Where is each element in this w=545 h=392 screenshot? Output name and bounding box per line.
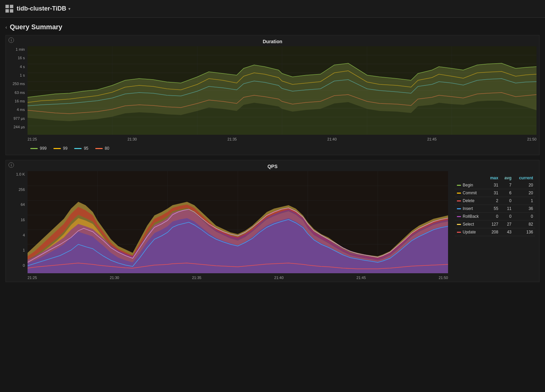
duration-legend: 999 99 95 80 <box>6 143 539 155</box>
qps-y-axis: 1.0 K 256 64 16 4 1 0 <box>9 171 28 274</box>
qps-legend-name: Commit <box>455 189 486 197</box>
legend-color-95 <box>74 148 82 149</box>
section-title: Query Summary <box>10 23 63 31</box>
qps-legend-name: Update <box>455 228 486 236</box>
qps-legend-max: 208 <box>486 228 500 236</box>
qps-legend-current: 36 <box>514 205 535 213</box>
qps-legend-max: 31 <box>486 189 500 197</box>
qps-legend-name: Insert <box>455 205 486 213</box>
qps-legend-avg: 7 <box>500 181 514 189</box>
qps-legend-table: max avg current Begin 31 7 20 Commit 31 … <box>451 171 539 282</box>
qps-svg <box>28 171 448 273</box>
duration-chart-panel: i Duration 1 min 16 s 4 s 1 s 250 ms 63 … <box>5 35 540 155</box>
qps-stats-table: max avg current Begin 31 7 20 Commit 31 … <box>455 175 535 236</box>
app-title: tidb-cluster-TiDB <box>17 5 66 12</box>
qps-legend-row: Select 127 27 82 <box>455 220 535 228</box>
qps-legend-row: Update 208 43 136 <box>455 228 535 236</box>
qps-legend-avg: 0 <box>500 197 514 205</box>
qps-legend-avg: 0 <box>500 213 514 220</box>
legend-color-80 <box>95 148 103 149</box>
qps-chart-title: QPS <box>6 160 539 171</box>
qps-legend-row: Commit 31 6 20 <box>455 189 535 197</box>
section-title-row: ‹ Query Summary <box>5 23 540 31</box>
query-summary-section: ‹ Query Summary i Duration 1 min 16 s 4 … <box>0 18 545 282</box>
legend-color-99 <box>53 148 61 149</box>
legend-item-999: 999 <box>30 146 47 151</box>
qps-legend-max: 127 <box>486 220 500 228</box>
legend-color-999 <box>30 148 38 149</box>
qps-inner-chart-area: 1.0 K 256 64 16 4 1 0 <box>6 171 451 274</box>
qps-legend-max: 31 <box>486 181 500 189</box>
qps-legend-current: 82 <box>514 220 535 228</box>
app-header: tidb-cluster-TiDB ▾ <box>0 0 545 18</box>
duration-x-axis: 21:25 21:30 21:35 21:40 21:45 21:50 <box>28 136 536 143</box>
duration-chart-body <box>28 46 536 136</box>
duration-y-axis: 1 min 16 s 4 s 1 s 250 ms 63 ms 16 ms 4 … <box>9 46 28 136</box>
legend-item-80: 80 <box>95 146 109 151</box>
app-logo <box>5 5 13 13</box>
qps-chart-panel: i QPS 1.0 K 256 64 16 4 1 0 <box>5 160 540 282</box>
col-header-avg: avg <box>500 175 514 181</box>
qps-legend-max: 0 <box>486 213 500 220</box>
qps-legend-current: 1 <box>514 197 535 205</box>
qps-legend-name: Delete <box>455 197 486 205</box>
duration-chart-title: Duration <box>6 35 539 46</box>
qps-legend-name: RollBack <box>455 213 486 220</box>
qps-chart-body <box>28 171 448 274</box>
qps-legend-name: Begin <box>455 181 486 189</box>
col-header-max: max <box>486 175 500 181</box>
duration-svg <box>28 46 536 135</box>
qps-legend-current: 0 <box>514 213 535 220</box>
qps-legend-row: Delete 2 0 1 <box>455 197 535 205</box>
qps-legend-name: Select <box>455 220 486 228</box>
qps-legend-avg: 27 <box>500 220 514 228</box>
qps-legend-avg: 11 <box>500 205 514 213</box>
section-collapse-icon[interactable]: ‹ <box>5 24 7 30</box>
qps-legend-avg: 43 <box>500 228 514 236</box>
legend-item-95: 95 <box>74 146 88 151</box>
col-header-name <box>455 175 486 181</box>
qps-legend-row: RollBack 0 0 0 <box>455 213 535 220</box>
qps-chart-area: 1.0 K 256 64 16 4 1 0 <box>6 171 451 282</box>
qps-info-icon[interactable]: i <box>9 162 14 168</box>
qps-legend-row: Begin 31 7 20 <box>455 181 535 189</box>
qps-legend-avg: 6 <box>500 189 514 197</box>
qps-legend-row: Insert 55 11 36 <box>455 205 535 213</box>
qps-container: 1.0 K 256 64 16 4 1 0 <box>6 171 539 282</box>
qps-legend-current: 20 <box>514 181 535 189</box>
duration-chart-area: 1 min 16 s 4 s 1 s 250 ms 63 ms 16 ms 4 … <box>6 46 539 136</box>
qps-x-axis: 21:25 21:30 21:35 21:40 21:45 21:50 <box>28 274 448 282</box>
qps-legend-max: 55 <box>486 205 500 213</box>
header-dropdown-icon[interactable]: ▾ <box>68 6 70 11</box>
qps-legend-current: 20 <box>514 189 535 197</box>
qps-legend-current: 136 <box>514 228 535 236</box>
legend-item-99: 99 <box>53 146 67 151</box>
duration-info-icon[interactable]: i <box>9 37 14 43</box>
col-header-current: current <box>514 175 535 181</box>
qps-legend-max: 2 <box>486 197 500 205</box>
